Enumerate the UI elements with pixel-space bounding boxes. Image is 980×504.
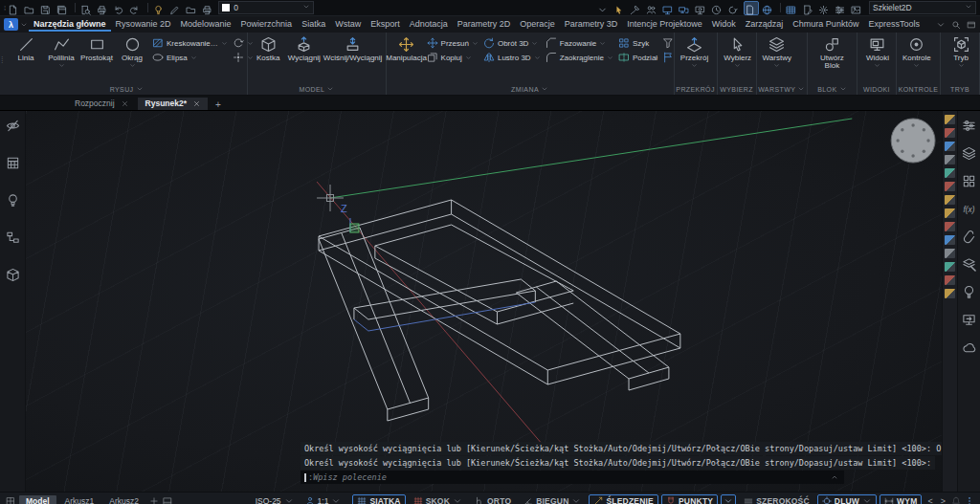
panel-label-widoki[interactable]: WIDOKI [860, 83, 893, 95]
window-icon[interactable] [967, 20, 976, 30]
layout-tab-arkusz2[interactable]: Arkusz2 [102, 495, 145, 504]
left-tool-structure[interactable] [6, 230, 20, 245]
zaokrąglenie-button[interactable]: Zaokrąglenie [546, 52, 613, 63]
kostka-button[interactable]: Kostka [251, 34, 285, 83]
close-icon[interactable] [122, 100, 128, 107]
page-edit-button[interactable] [802, 2, 815, 14]
panel-panel-blocks[interactable] [962, 174, 976, 188]
annotation-scale-select[interactable]: 1:1 [305, 496, 342, 504]
tab-modelowanie[interactable]: Modelowanie [176, 17, 236, 32]
close-icon[interactable] [193, 100, 200, 107]
layout-tab-arkusz1[interactable]: Arkusz1 [58, 495, 101, 504]
search-icon[interactable] [951, 20, 961, 30]
manipulacja-button[interactable]: Manipulacja [390, 34, 424, 83]
document-tab-rysunek2[interactable]: Rysunek2* [138, 98, 208, 110]
toggle-dluw[interactable]: DLUW [817, 494, 877, 504]
toggle-orto[interactable]: ORTO [470, 494, 516, 504]
redo-button[interactable] [129, 2, 143, 14]
panel-label-rysuj[interactable]: RYSUJ [9, 83, 244, 95]
mini-tool-8-icon[interactable] [945, 208, 955, 218]
obrót-3d-button[interactable]: Obrót 3D [483, 37, 541, 49]
panel-label-wybierz[interactable]: WYBIERZ [721, 83, 753, 95]
mini-tool-13-icon[interactable] [945, 275, 955, 285]
przesuń-button[interactable]: Przesuń [427, 37, 479, 49]
toggle-szerokość[interactable]: SZEROKOŚĆ [739, 494, 814, 504]
mini-tool-7-icon[interactable] [945, 195, 955, 205]
workspace-select[interactable]: Szkielet2D [869, 1, 976, 14]
print-preview-button[interactable] [80, 2, 94, 14]
tab-chmura-punktów[interactable]: Chmura Punktów [788, 17, 863, 32]
modelspace-icon[interactable] [6, 496, 15, 504]
panel-label-zmiana[interactable]: ZMIANA [390, 83, 671, 95]
left-tool-box3d[interactable] [6, 268, 20, 282]
draw-pen-button[interactable] [630, 2, 643, 14]
kontrole-button[interactable]: Kontrole [900, 34, 934, 83]
print-button[interactable] [97, 2, 110, 14]
wyciągnij-button[interactable]: Wyciągnij [286, 34, 322, 83]
toolbar-grip[interactable]: ⁞ [4, 4, 5, 12]
tab-wstaw[interactable]: Wstaw [330, 17, 366, 32]
flag-button[interactable] [662, 52, 674, 63]
toggle-skok[interactable]: SKOK [409, 494, 467, 504]
gear-button[interactable] [818, 2, 832, 14]
command-input[interactable]: : Wpisz polecenie [301, 471, 844, 484]
monitor-2-button[interactable] [679, 2, 692, 14]
panel-sliders[interactable] [962, 119, 976, 133]
toggle-punkty[interactable]: PUNKTY [661, 494, 718, 504]
panel-monitor-send[interactable] [962, 313, 976, 327]
toggle-punkty-options[interactable] [721, 494, 736, 504]
image-frame-button[interactable] [851, 2, 864, 14]
lookfrom-dial[interactable] [891, 119, 935, 163]
mini-tool-1-icon[interactable] [945, 115, 955, 124]
przekrój-button[interactable]: Przekrój [678, 34, 712, 83]
panel-label-kontrole[interactable]: KONTROLE [900, 83, 937, 95]
save-all-button[interactable] [56, 2, 70, 14]
dim-style-select[interactable]: ISO-25 [256, 496, 294, 504]
undo-button[interactable] [113, 2, 126, 14]
command-expand-icon[interactable] [831, 473, 838, 481]
monitor-button[interactable] [662, 2, 676, 14]
tab-expresstools[interactable]: ExpressTools [863, 17, 924, 32]
toggle-siatka[interactable]: SIATKA [352, 494, 405, 504]
next-field-button[interactable]: > [939, 496, 947, 504]
panel-fx[interactable]: f(x) [962, 202, 976, 216]
toggle-śledzenie[interactable]: ŚLEDZENIE [589, 494, 658, 504]
tab-eksport[interactable]: Eksport [366, 17, 405, 32]
folder-button[interactable] [186, 2, 199, 14]
panel-label-blok[interactable]: BLOK [811, 83, 854, 95]
add-layout-icon[interactable] [149, 496, 159, 504]
tab-parametry-2d[interactable]: Parametry 2D [453, 17, 516, 32]
layer-select[interactable]: 0 [218, 1, 314, 14]
save-file-button[interactable] [40, 2, 54, 14]
lustro-3d-button[interactable]: Lustro 3D [483, 52, 541, 63]
lightbulb-button[interactable] [153, 2, 167, 14]
fazowanie-button[interactable]: Fazowanie [546, 37, 613, 49]
mini-tool-10-icon[interactable] [945, 235, 955, 245]
sliders-button[interactable] [835, 2, 848, 14]
panel-cloud[interactable] [962, 340, 976, 355]
left-tool-calc-panel[interactable] [6, 156, 20, 170]
kreskowanie--button[interactable]: Kreskowanie… [152, 37, 228, 49]
podział-button[interactable]: Podział [618, 52, 657, 63]
tab-operacje[interactable]: Operacje [515, 17, 560, 32]
panel-layers[interactable] [962, 146, 976, 161]
app-logo[interactable]: λ [4, 18, 18, 31]
layout-tab-model[interactable]: Model [19, 495, 56, 504]
mini-tool-14-icon[interactable] [945, 289, 955, 298]
tab-widok[interactable]: Widok [707, 17, 741, 32]
wciśnij-wyciągnij-button[interactable]: Wciśnij/Wyciągnij [323, 34, 382, 83]
mini-tool-11-icon[interactable] [945, 249, 955, 258]
open-file-button[interactable] [24, 2, 37, 14]
chevron-down-icon[interactable] [862, 496, 872, 504]
printer-button[interactable] [202, 2, 215, 14]
pencil-button[interactable] [169, 2, 183, 14]
polilinia-button[interactable]: Polilinia [44, 34, 78, 83]
sync-button[interactable] [727, 2, 741, 14]
tab-rysowanie-2d[interactable]: Rysowanie 2D [111, 17, 176, 32]
tryb-button[interactable]: Tryb [944, 34, 978, 83]
okrąg-button[interactable]: Okrąg [115, 34, 149, 83]
filter-button[interactable] [662, 37, 674, 49]
tab-siatka[interactable]: Siatka [297, 17, 330, 32]
logo-chevron-icon[interactable] [20, 21, 28, 29]
tab-adnotacja[interactable]: Adnotacja [405, 17, 453, 32]
